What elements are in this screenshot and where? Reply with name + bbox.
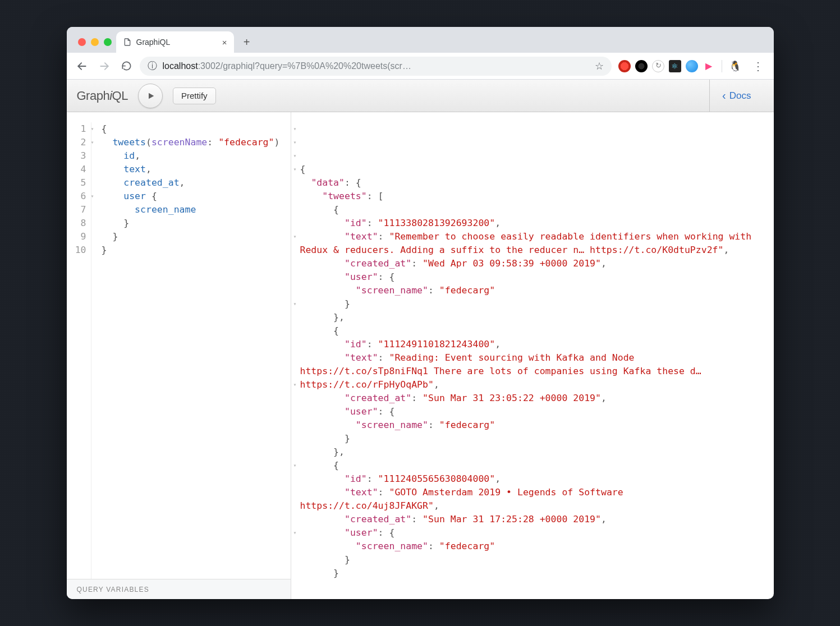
editor-panes: 1 2 3 4 5 6 7 8 9 10 { tweets(screenName… [67, 112, 774, 599]
close-window-icon[interactable] [78, 38, 86, 46]
graphiql-logo: GraphiQL [77, 89, 128, 103]
query-variables-toggle[interactable]: QUERY VARIABLES [67, 579, 291, 599]
extension-icon[interactable]: ⚛ [669, 60, 681, 72]
browser-menu-icon[interactable]: ⋮ [748, 59, 768, 73]
tab-bar: GraphiQL × + [67, 27, 774, 53]
browser-window: GraphiQL × + ⓘ localhost:3002/graphiql?q… [67, 27, 774, 599]
line-gutter: 1 2 3 4 5 6 7 8 9 10 [67, 122, 91, 579]
extension-icon[interactable]: ▶ [703, 60, 715, 72]
address-bar[interactable]: ⓘ localhost:3002/graphiql?query=%7B%0A%2… [140, 57, 612, 76]
result-json: { "data": { "tweets": [ { "id": "1113380… [300, 163, 768, 580]
reload-button[interactable] [117, 57, 136, 76]
graphiql-toolbar: GraphiQL Prettify ‹ Docs [67, 80, 774, 112]
extensions: ↻ ⚛ ▶ 🐧 [615, 60, 745, 72]
separator [722, 60, 722, 72]
tab-title: GraphiQL [136, 38, 171, 47]
query-editor[interactable]: 1 2 3 4 5 6 7 8 9 10 { tweets(screenName… [67, 112, 291, 579]
query-code: { tweets(screenName: "fedecarg") id, tex… [91, 122, 280, 579]
new-tab-button[interactable]: + [238, 34, 255, 50]
prettify-button[interactable]: Prettify [173, 88, 216, 104]
chevron-left-icon: ‹ [722, 89, 726, 102]
browser-tab[interactable]: GraphiQL × [116, 31, 234, 53]
extension-icon[interactable]: ↻ [652, 60, 664, 72]
play-icon [146, 91, 155, 100]
query-pane: 1 2 3 4 5 6 7 8 9 10 { tweets(screenName… [67, 112, 291, 599]
window-controls [75, 38, 116, 53]
execute-button[interactable] [138, 84, 163, 108]
forward-button[interactable] [95, 57, 114, 76]
maximize-window-icon[interactable] [104, 38, 112, 46]
extension-icon[interactable] [635, 60, 648, 72]
bookmark-star-icon[interactable]: ☆ [595, 60, 604, 72]
url-bar: ⓘ localhost:3002/graphiql?query=%7B%0A%2… [67, 53, 774, 80]
back-button[interactable] [72, 57, 91, 76]
extension-icon[interactable] [618, 60, 631, 72]
result-fold-gutter: ▾▾▾▾▾▾▾▾▾ [291, 122, 299, 540]
minimize-window-icon[interactable] [91, 38, 99, 46]
site-info-icon[interactable]: ⓘ [148, 59, 157, 72]
extension-icon[interactable] [686, 60, 698, 72]
url-text: localhost:3002/graphiql?query=%7B%0A%20%… [163, 61, 589, 71]
profile-avatar-icon[interactable]: 🐧 [729, 60, 741, 72]
docs-button[interactable]: ‹ Docs [709, 80, 763, 112]
docs-label: Docs [729, 90, 751, 102]
close-tab-icon[interactable]: × [222, 38, 227, 47]
file-icon [123, 38, 132, 47]
result-pane[interactable]: ▾▾▾▾▾▾▾▾▾ { "data": { "tweets": [ { "id"… [291, 112, 774, 599]
